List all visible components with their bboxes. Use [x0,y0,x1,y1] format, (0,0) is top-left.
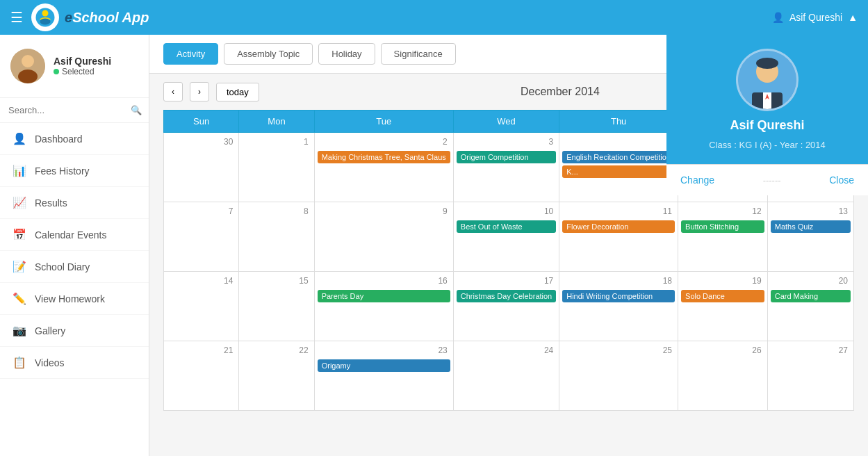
popup-divider: ------ [763,175,781,186]
table-row: 12Button Stitching [678,202,768,272]
tab-assembly-topic[interactable]: Assembly Topic [224,43,313,65]
cell-date: 12 [681,205,764,218]
event-badge[interactable]: English Recitation Competition [562,151,675,163]
event-badge[interactable]: Christmas Day Celebration [457,290,556,302]
cell-date: 2 [318,136,450,148]
table-row: 20Card Making [767,272,853,341]
sidebar-item-school-diary[interactable]: 📝 School Diary [0,251,149,283]
tab-activity[interactable]: Activity [163,43,218,65]
cal-today-btn[interactable]: today [216,83,259,101]
dashboard-label: Dashboard [35,133,83,145]
svg-point-5 [18,70,38,83]
change-button[interactable]: Change [680,174,714,186]
sidebar-item-dashboard[interactable]: 👤 Dashboard [0,123,149,155]
table-row: 23Origamy [314,341,453,411]
table-row: 15 [239,272,314,341]
cal-header-tue: Tue [314,111,453,133]
avatar [10,49,45,83]
event-badge[interactable]: Hindi Writing Competition [562,290,675,302]
results-icon: 📈 [13,196,26,209]
table-row: 9 [314,202,453,272]
hamburger-menu[interactable]: ☰ [10,9,23,26]
cell-date: 11 [562,205,675,218]
top-navigation: ☰ eSchool App 👤 Asif Qureshi ▲ [0,0,868,35]
popup-avatar [736,49,799,111]
popup-actions: Change ------ Close [666,164,868,195]
cal-header-wed: Wed [453,111,559,133]
table-row: 14 [164,272,239,341]
cell-date: 4 [562,136,675,148]
cell-date: 17 [457,275,556,287]
topnav-left: ☰ eSchool App [10,3,149,31]
event-badge[interactable]: Card Making [771,290,851,302]
sidebar-profile-info: Asif Qureshi Selected [54,56,111,76]
cell-date: 24 [457,344,556,357]
event-badge[interactable]: Flower Decoration [562,220,675,233]
event-badge[interactable]: Origamy [318,359,450,372]
school-diary-icon: 📝 [13,260,26,273]
cell-date: 22 [242,344,311,357]
popup-user-name: Asif Qureshi [730,118,804,133]
sidebar-item-results[interactable]: 📈 Results [0,187,149,219]
videos-label: Videos [35,357,65,368]
event-badge[interactable]: Best Out of Waste [457,220,556,233]
tab-significance[interactable]: Significance [381,43,456,65]
gallery-icon: 📷 [13,324,26,337]
cal-next-btn[interactable]: › [190,82,209,101]
sidebar-item-gallery[interactable]: 📷 Gallery [0,315,149,347]
sidebar-item-calendar-events[interactable]: 📅 Calendar Events [0,219,149,251]
status-dot [54,69,59,74]
sidebar-user-status: Selected [54,67,111,76]
calendar-events-label: Calendar Events [35,229,107,241]
sidebar-item-fees-history[interactable]: 📊 Fees History [0,155,149,187]
svg-point-2 [40,19,51,25]
search-input[interactable] [8,105,125,115]
table-row: 24 [453,341,559,411]
event-badge[interactable]: Origem Competition [457,151,556,163]
view-homework-icon: ✏️ [13,292,26,305]
dashboard-icon: 👤 [13,132,26,145]
svg-point-4 [22,55,34,67]
logo-area: eSchool App [31,3,149,31]
event-badge[interactable]: Parents Day [318,290,450,302]
cell-date: 20 [771,275,851,287]
event-badge[interactable]: Maths Quiz [771,220,851,233]
sidebar-item-videos[interactable]: 📋 Videos [0,347,149,379]
table-row: 13Maths Quiz [767,202,853,272]
event-badge[interactable]: K... [562,165,675,178]
calendar-week-2: 141516Parents Day17Christmas Day Celebra… [164,272,854,341]
event-badge[interactable]: Button Stitching [681,220,764,233]
table-row: 4English Recitation CompetitionK... [559,133,678,202]
fees-history-icon: 📊 [13,164,26,177]
cal-header-sun: Sun [164,111,239,133]
cell-date: 21 [167,344,236,357]
event-badge[interactable]: Making Christmas Tree, Santa Claus [318,151,450,163]
logo-icon [31,3,59,31]
popup-header: Asif Qureshi Class : KG I (A) - Year : 2… [666,35,868,164]
cell-date: 8 [242,205,311,218]
school-diary-label: School Diary [35,261,90,272]
table-row: 22 [239,341,314,411]
results-label: Results [35,197,67,209]
close-button[interactable]: Close [829,174,854,186]
table-row: 25 [559,341,678,411]
sidebar-profile: Asif Qureshi Selected [0,35,149,98]
table-row: 17Christmas Day Celebration [453,272,559,341]
search-box[interactable]: 🔍 [0,98,149,123]
sidebar-item-view-homework[interactable]: ✏️ View Homework [0,283,149,315]
topnav-username: Asif Qureshi [789,12,842,23]
tab-holiday[interactable]: Holiday [318,43,375,65]
svg-point-1 [42,10,49,17]
cell-date: 3 [457,136,556,148]
sidebar-user-name: Asif Qureshi [54,56,111,67]
search-icon[interactable]: 🔍 [131,105,142,115]
cell-date: 30 [167,136,236,148]
event-badge[interactable]: Solo Dance [681,290,764,302]
cell-date: 13 [771,205,851,218]
cal-prev-btn[interactable]: ‹ [163,82,183,101]
cell-date: 15 [242,275,311,287]
app-logo-text: eSchool App [65,10,149,26]
gallery-label: Gallery [35,325,65,336]
table-row: 18Hindi Writing Competition [559,272,678,341]
table-row: 16Parents Day [314,272,453,341]
